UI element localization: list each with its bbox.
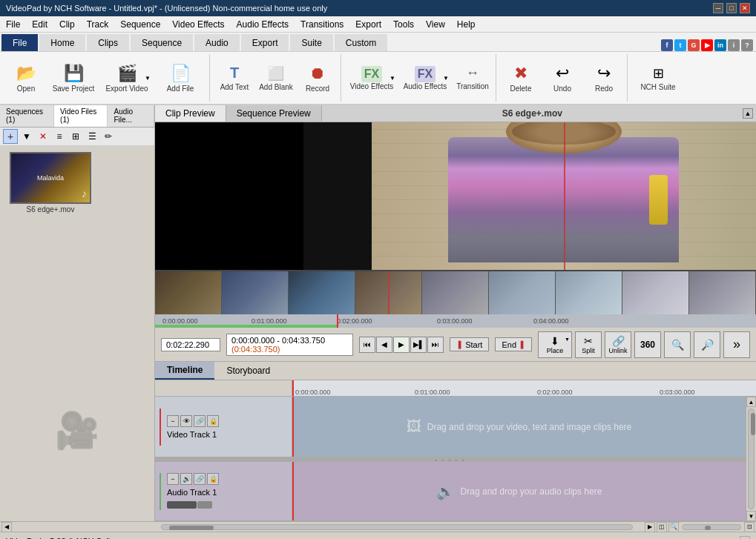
- video-track-link-btn[interactable]: 🔗: [194, 415, 206, 427]
- v-scroll-thumb[interactable]: [751, 413, 755, 435]
- set-start-button[interactable]: ❚ Start: [450, 337, 489, 351]
- v-scroll-down[interactable]: ▼: [746, 511, 756, 521]
- status-up-btn[interactable]: ▲: [740, 536, 750, 540]
- prev-frame-button[interactable]: ◀: [376, 337, 392, 353]
- tab-audio[interactable]: Audio: [194, 34, 240, 51]
- add-blank-button[interactable]: ⬜ Add Blank: [256, 56, 296, 100]
- more-options-button[interactable]: »: [723, 331, 750, 358]
- menu-edit[interactable]: Edit: [26, 18, 53, 31]
- batch-btn[interactable]: ≡: [52, 129, 67, 144]
- redo-button[interactable]: ↪ Redo: [584, 56, 624, 100]
- place-button[interactable]: ⬇ Place ▼: [538, 331, 572, 358]
- menu-help[interactable]: Help: [451, 18, 481, 31]
- video-files-tab[interactable]: Video Files (1): [54, 105, 108, 127]
- delete-button[interactable]: ✖ Delete: [501, 56, 541, 100]
- linkedin-icon[interactable]: in: [714, 39, 726, 51]
- tab-home[interactable]: Home: [39, 34, 85, 51]
- youtube-icon[interactable]: ▶: [701, 39, 713, 51]
- list-detail-btn[interactable]: ☰: [85, 129, 99, 144]
- menu-track[interactable]: Track: [81, 18, 115, 31]
- film-frame-8[interactable]: [622, 271, 689, 314]
- menu-export[interactable]: Export: [349, 18, 387, 31]
- tab-file[interactable]: File: [1, 34, 38, 51]
- unlink-button[interactable]: 🔗 Unlink: [605, 331, 631, 358]
- add-file-button[interactable]: 📄 Add File: [154, 56, 206, 100]
- preview-expand-btn[interactable]: ▲: [743, 108, 753, 119]
- undo-button[interactable]: ↩ Undo: [542, 56, 582, 100]
- audio-files-tab[interactable]: Audio File...: [108, 105, 154, 127]
- film-frame-5[interactable]: [422, 271, 489, 314]
- film-frame-4[interactable]: [355, 271, 422, 314]
- grid-view-btn[interactable]: ⊞: [68, 129, 83, 144]
- remove-btn[interactable]: ✕: [36, 129, 50, 144]
- video-effects-button[interactable]: FX Video Effects ▼: [346, 56, 398, 100]
- h-scroll-thumb[interactable]: [169, 526, 214, 530]
- menu-video-effects[interactable]: Video Effects: [166, 18, 230, 31]
- twitter-icon[interactable]: t: [674, 39, 686, 51]
- next-frame-button[interactable]: ▶▌: [410, 337, 427, 353]
- video-track-content[interactable]: 🖼 Drag and drop your video, text and ima…: [292, 397, 746, 457]
- tab-sequence[interactable]: Sequence: [131, 34, 193, 51]
- clip-preview-tab[interactable]: Clip Preview: [155, 105, 226, 122]
- menu-transitions[interactable]: Transitions: [295, 18, 349, 31]
- tab-custom[interactable]: Custom: [335, 34, 387, 51]
- film-frame-3[interactable]: [289, 271, 355, 314]
- audio-track-lock-btn[interactable]: 🔒: [207, 473, 219, 485]
- v-scroll-up[interactable]: ▲: [746, 397, 756, 407]
- split-button[interactable]: ✂ Split: [575, 331, 602, 358]
- window-controls[interactable]: ─ □ ✕: [713, 3, 750, 13]
- zoom-in-button[interactable]: 🔎: [694, 331, 720, 358]
- audio-effects-button[interactable]: FX Audio Effects ▼: [399, 56, 451, 100]
- set-end-button[interactable]: End ❚: [495, 337, 532, 351]
- sequence-preview-tab[interactable]: Sequence Preview: [226, 105, 322, 122]
- skip-start-button[interactable]: ⏮: [359, 337, 375, 353]
- edit-btn[interactable]: ✏: [101, 129, 116, 144]
- film-frame-2[interactable]: [222, 271, 289, 314]
- tab-timeline[interactable]: Timeline: [155, 362, 214, 380]
- zoom-slider-thumb[interactable]: [705, 526, 711, 530]
- audio-track-mute-btn[interactable]: 🔊: [180, 473, 192, 485]
- timeline-zoom-btn[interactable]: 🔍: [668, 522, 679, 532]
- open-button[interactable]: 📂 Open: [6, 56, 46, 100]
- video-track-minus-btn[interactable]: −: [167, 415, 179, 427]
- tab-storyboard[interactable]: Storyboard: [214, 363, 282, 379]
- skip-end-button[interactable]: ⏭: [427, 337, 444, 353]
- save-project-button[interactable]: 💾 Save Project: [47, 56, 99, 100]
- record-button[interactable]: ⏺ Record: [298, 56, 338, 100]
- question-icon[interactable]: ?: [741, 39, 753, 51]
- video-track-eye-btn[interactable]: 👁: [180, 415, 192, 427]
- info-icon[interactable]: i: [728, 39, 740, 51]
- film-frame-1[interactable]: [155, 271, 222, 314]
- tab-clips[interactable]: Clips: [87, 34, 129, 51]
- transition-button[interactable]: ↔ Transition: [453, 56, 493, 100]
- h-scroll-right[interactable]: ▶: [645, 522, 655, 532]
- menu-view[interactable]: View: [420, 18, 451, 31]
- menu-file[interactable]: File: [0, 18, 26, 31]
- video-track-lock-btn[interactable]: 🔒: [207, 415, 219, 427]
- zoom-slider-track[interactable]: [682, 524, 741, 530]
- google-icon[interactable]: G: [688, 39, 700, 51]
- tab-suite[interactable]: Suite: [290, 34, 332, 51]
- audio-track-minus-btn[interactable]: −: [167, 473, 179, 485]
- audio-track-link-btn[interactable]: 🔗: [194, 473, 206, 485]
- close-button[interactable]: ✕: [740, 3, 750, 13]
- timeline-zoom-reset[interactable]: ⊡: [744, 522, 755, 532]
- 360-button[interactable]: 360: [634, 331, 661, 358]
- maximize-button[interactable]: □: [726, 3, 737, 13]
- play-button[interactable]: ▶: [393, 337, 410, 353]
- media-item[interactable]: Malavida ♪ S6 edge+.mov: [6, 152, 95, 214]
- sequences-tab[interactable]: Sequences (1): [0, 105, 54, 127]
- h-scroll-left[interactable]: ◀: [1, 522, 12, 532]
- menu-clip[interactable]: Clip: [53, 18, 81, 31]
- film-frame-9[interactable]: [689, 271, 756, 314]
- export-video-button[interactable]: 🎬 Export Video ▼: [101, 56, 153, 100]
- add-media-button[interactable]: +: [3, 129, 18, 144]
- zoom-out-button[interactable]: 🔍: [664, 331, 691, 358]
- facebook-icon[interactable]: f: [661, 39, 673, 51]
- nch-suite-button[interactable]: ⊞ NCH Suite: [632, 56, 684, 100]
- film-frame-6[interactable]: [489, 271, 556, 314]
- timeline-fit-btn[interactable]: ◫: [657, 522, 667, 532]
- tab-export[interactable]: Export: [241, 34, 289, 51]
- minimize-button[interactable]: ─: [713, 3, 723, 13]
- menu-tools[interactable]: Tools: [387, 18, 420, 31]
